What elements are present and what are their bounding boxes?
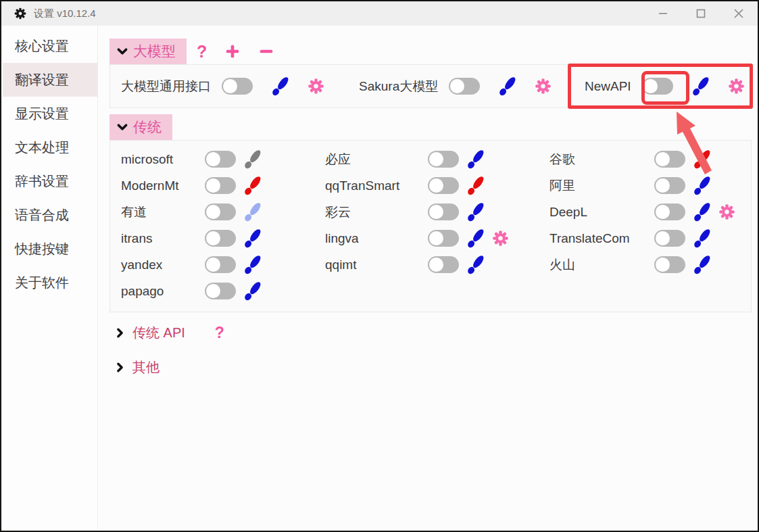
brush-icon[interactable]	[497, 76, 518, 97]
help-button[interactable]: ?	[197, 42, 207, 62]
toggle-knob	[206, 231, 220, 245]
brush-icon[interactable]	[466, 149, 486, 170]
remove-button[interactable]	[258, 43, 274, 59]
toggle-switch[interactable]	[428, 177, 459, 194]
brush-icon[interactable]	[243, 255, 263, 275]
brush-icon[interactable]	[466, 255, 486, 275]
toggle-knob	[206, 205, 220, 219]
brush-icon[interactable]	[466, 176, 486, 196]
toggle-switch[interactable]	[428, 151, 459, 168]
gear-icon[interactable]	[307, 77, 325, 95]
service-row: 有道	[121, 199, 325, 225]
toggle-switch[interactable]	[428, 203, 459, 220]
section-header-large-model[interactable]: 大模型	[109, 39, 187, 64]
toggle-switch[interactable]	[205, 256, 236, 273]
toggle-knob	[429, 178, 443, 193]
toggle-switch[interactable]	[205, 230, 236, 247]
toggle-switch[interactable]	[205, 283, 236, 299]
brush-icon[interactable]	[692, 255, 712, 275]
close-button[interactable]	[720, 1, 758, 26]
traditional-group: microsoft 必应 谷歌 ModernMt qqTranSmart 阿里 …	[109, 140, 752, 312]
brush-icon[interactable]	[692, 202, 712, 222]
gear-icon[interactable]	[491, 229, 510, 247]
brush-icon[interactable]	[691, 76, 711, 97]
chevron-right-icon	[114, 362, 126, 373]
toggle-switch[interactable]	[205, 151, 236, 168]
brush-icon[interactable]	[243, 176, 263, 196]
services-grid: microsoft 必应 谷歌 ModernMt qqTranSmart 阿里 …	[110, 141, 751, 312]
service-row: 阿里	[549, 172, 751, 199]
sidebar-item[interactable]: 快捷按键	[3, 232, 97, 266]
brush-icon[interactable]	[243, 228, 263, 249]
toggle-switch[interactable]	[654, 151, 685, 168]
content-area: 大模型 ? 大模型通用接口 Sakura大模型	[98, 26, 759, 529]
service-label: ModernMt	[121, 178, 205, 193]
chevron-right-icon	[114, 327, 126, 339]
toggle-switch[interactable]	[654, 177, 685, 194]
minimize-button[interactable]	[644, 1, 682, 26]
section-header-traditional[interactable]: 传统	[109, 114, 172, 140]
title-bar: 设置 v10.12.4	[1, 1, 758, 26]
service-row: qqTranSmart	[325, 172, 549, 199]
section-label: 大模型	[133, 42, 176, 61]
toggle-switch[interactable]	[654, 256, 685, 273]
brush-icon[interactable]	[243, 202, 263, 222]
service-row: 火山	[549, 251, 751, 278]
brush-icon[interactable]	[692, 228, 712, 249]
service-label: 阿里	[549, 177, 654, 195]
brush-icon[interactable]	[466, 202, 486, 222]
service-row: ModernMt	[121, 172, 325, 199]
toggle-switch[interactable]	[449, 78, 480, 95]
service-row: DeepL	[549, 199, 751, 225]
section-header-other[interactable]: 其他	[114, 357, 160, 377]
toggle-switch[interactable]	[642, 78, 673, 95]
toggle-switch[interactable]	[205, 203, 236, 220]
service-label: 有道	[121, 203, 205, 221]
brush-icon[interactable]	[692, 149, 712, 170]
gear-icon[interactable]	[727, 77, 745, 95]
toggle-knob	[656, 258, 670, 272]
service-row: 谷歌	[549, 146, 751, 172]
toggle-switch[interactable]	[428, 256, 459, 273]
toggle-knob	[223, 79, 237, 93]
toggle-knob	[656, 205, 670, 219]
brush-icon[interactable]	[243, 281, 263, 301]
service-row: 必应	[325, 146, 549, 172]
gear-icon[interactable]	[718, 203, 736, 221]
brush-icon[interactable]	[243, 149, 263, 170]
add-button[interactable]	[224, 43, 241, 59]
large-model-toolbar: ?	[197, 39, 274, 64]
maximize-button[interactable]	[682, 1, 720, 26]
service-label: qqimt	[325, 258, 428, 272]
sidebar-item[interactable]: 核心设置	[3, 29, 97, 63]
toggle-switch[interactable]	[428, 230, 459, 247]
sidebar-item[interactable]: 辞书设置	[3, 164, 97, 198]
help-button[interactable]: ?	[215, 324, 224, 342]
sidebar-item[interactable]: 文本处理	[3, 130, 97, 164]
section-label: 传统 API	[132, 324, 185, 342]
sidebar-item[interactable]: 关于软件	[3, 266, 97, 299]
large-model-group: 大模型通用接口 Sakura大模型 NewAPI	[109, 64, 752, 108]
service-row: TranslateCom	[549, 225, 751, 251]
section-header-traditional-api[interactable]: 传统 API ?	[114, 322, 224, 343]
service-row: yandex	[121, 251, 325, 278]
sidebar-item[interactable]: 语音合成	[3, 198, 97, 232]
gear-icon[interactable]	[534, 77, 552, 95]
toggle-switch[interactable]	[222, 78, 253, 95]
model-item: Sakura大模型	[359, 65, 552, 107]
brush-icon[interactable]	[270, 76, 291, 97]
service-label: TranslateCom	[549, 231, 654, 246]
brush-icon[interactable]	[692, 176, 712, 196]
sidebar-item[interactable]: 显示设置	[3, 97, 97, 130]
model-item: NewAPI	[585, 65, 745, 107]
toggle-knob	[656, 152, 670, 166]
toggle-switch[interactable]	[654, 203, 685, 220]
toggle-switch[interactable]	[654, 230, 685, 247]
brush-icon[interactable]	[466, 228, 486, 249]
toggle-switch[interactable]	[205, 177, 236, 194]
toggle-knob	[429, 258, 443, 272]
sidebar-item[interactable]: 翻译设置	[3, 63, 97, 97]
service-label: itrans	[121, 231, 205, 246]
window-title: 设置 v10.12.4	[34, 7, 96, 20]
toggle-knob	[206, 258, 220, 272]
